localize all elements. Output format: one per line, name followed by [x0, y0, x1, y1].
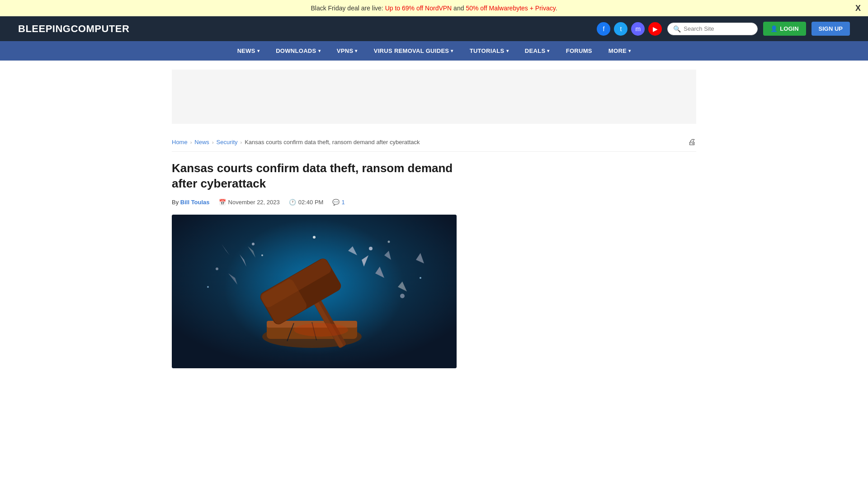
date-text: November 22, 2023	[228, 199, 280, 206]
site-logo[interactable]: BLEEPINGCOMPUTER	[18, 23, 129, 35]
article-time: 🕐 02:40 PM	[289, 199, 324, 206]
login-button[interactable]: 👤 LOGIN	[763, 22, 806, 36]
logo-text-plain: BLEEPING	[18, 23, 71, 34]
banner-and: and	[452, 5, 466, 12]
chevron-down-icon: ▾	[628, 48, 631, 53]
search-box[interactable]: 🔍	[667, 23, 758, 35]
breadcrumb-sep-2: ›	[212, 140, 214, 145]
chevron-down-icon: ▾	[506, 48, 509, 53]
nav-deals[interactable]: DEALS ▾	[517, 41, 558, 61]
promo-banner: Black Friday deal are live: Up to 69% of…	[0, 0, 868, 16]
breadcrumb-sep-1: ›	[190, 140, 192, 145]
article-title: Kansas courts confirm data theft, ransom…	[172, 161, 457, 192]
login-user-icon: 👤	[770, 25, 778, 32]
breadcrumb-news[interactable]: News	[194, 139, 209, 145]
social-icons: f t m ▶	[597, 22, 662, 36]
author-link[interactable]: Bill Toulas	[180, 199, 210, 206]
nav-forums-label: FORUMS	[566, 47, 592, 54]
comment-number: 1	[341, 199, 344, 206]
svg-point-28	[261, 254, 263, 256]
chevron-down-icon: ▾	[451, 48, 453, 53]
article-meta: By Bill Toulas 📅 November 22, 2023 🕐 02:…	[172, 199, 457, 206]
main-nav: NEWS ▾ DOWNLOADS ▾ VPNS ▾ VIRUS REMOVAL …	[0, 41, 868, 61]
chevron-down-icon: ▾	[318, 48, 321, 53]
comment-count[interactable]: 💬 1	[332, 199, 344, 206]
breadcrumb-sep-3: ›	[241, 140, 242, 145]
malwarebytes-link[interactable]: 50% off Malwarebytes + Privacy	[466, 5, 555, 12]
nav-forums[interactable]: FORUMS	[558, 41, 600, 61]
nordvpn-link[interactable]: Up to 69% off NordVPN	[385, 5, 452, 12]
breadcrumb-home[interactable]: Home	[172, 139, 188, 145]
by-label: By	[172, 199, 179, 206]
mastodon-icon[interactable]: m	[631, 22, 645, 36]
svg-point-27	[313, 236, 316, 239]
login-label: LOGIN	[780, 25, 798, 32]
clock-icon: 🕐	[289, 199, 296, 206]
article-date: 📅 November 22, 2023	[219, 199, 280, 206]
svg-point-26	[216, 267, 218, 270]
facebook-icon[interactable]: f	[597, 22, 610, 36]
twitter-icon[interactable]: t	[614, 22, 627, 36]
calendar-icon: 📅	[219, 199, 226, 206]
banner-text: Black Friday deal are live: Up to 69% of…	[311, 5, 557, 12]
svg-point-23	[369, 247, 373, 250]
svg-point-24	[252, 243, 255, 245]
chevron-down-icon: ▾	[257, 48, 259, 53]
ad-space	[172, 70, 696, 124]
nav-tutorials-label: TUTORIALS	[470, 47, 505, 54]
nav-downloads[interactable]: DOWNLOADS ▾	[268, 41, 329, 61]
nav-news[interactable]: NEWS ▾	[229, 41, 268, 61]
nav-more-label: MORE	[609, 47, 627, 54]
svg-point-29	[388, 240, 390, 243]
chevron-down-icon: ▾	[547, 48, 549, 53]
nav-virus-removal[interactable]: VIRUS REMOVAL GUIDES ▾	[366, 41, 462, 61]
article-author: By Bill Toulas	[172, 199, 210, 206]
nav-virus-label: VIRUS REMOVAL GUIDES	[374, 47, 449, 54]
main-content: Kansas courts confirm data theft, ransom…	[172, 161, 696, 377]
logo-text-bold: COMPUTER	[71, 23, 129, 34]
comment-icon: 💬	[332, 199, 340, 206]
time-text: 02:40 PM	[298, 199, 324, 206]
breadcrumb-security[interactable]: Security	[217, 139, 238, 145]
nav-deals-label: DEALS	[525, 47, 546, 54]
site-header: BLEEPINGCOMPUTER f t m ▶ 🔍 👤 LOGIN SIGN …	[0, 16, 868, 41]
gavel-illustration	[172, 215, 457, 368]
nav-tutorials[interactable]: TUTORIALS ▾	[462, 41, 517, 61]
header-right: f t m ▶ 🔍 👤 LOGIN SIGN UP	[597, 22, 850, 36]
nav-downloads-label: DOWNLOADS	[276, 47, 316, 54]
nav-vpns[interactable]: VPNS ▾	[329, 41, 366, 61]
banner-text-prefix: Black Friday deal are live:	[311, 5, 385, 12]
chevron-down-icon: ▾	[355, 48, 357, 53]
banner-end: .	[556, 5, 557, 12]
youtube-icon[interactable]: ▶	[648, 22, 662, 36]
svg-point-25	[400, 294, 405, 298]
svg-point-31	[207, 286, 209, 288]
content-wrap: Home › News › Security › Kansas courts c…	[163, 70, 705, 377]
close-icon[interactable]: X	[855, 4, 861, 13]
svg-point-30	[420, 277, 421, 279]
svg-point-32	[294, 323, 348, 337]
nav-vpns-label: VPNS	[337, 47, 354, 54]
article-column: Kansas courts confirm data theft, ransom…	[172, 161, 457, 377]
article-hero-image	[172, 215, 457, 368]
print-icon[interactable]: 🖨	[688, 137, 696, 147]
breadcrumb-current: Kansas courts confirm data theft, ransom…	[245, 139, 420, 145]
signup-button[interactable]: SIGN UP	[811, 22, 850, 36]
search-icon: 🔍	[673, 25, 681, 33]
nav-more[interactable]: MORE ▾	[600, 41, 639, 61]
nav-news-label: NEWS	[237, 47, 255, 54]
search-input[interactable]	[684, 25, 752, 32]
breadcrumb: Home › News › Security › Kansas courts c…	[172, 133, 696, 152]
